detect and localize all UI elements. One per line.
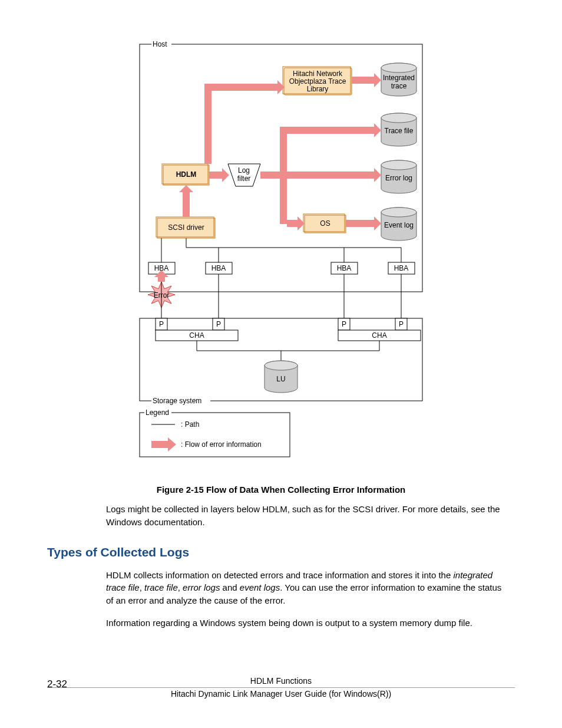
svg-text:LU: LU: [276, 375, 285, 383]
svg-text:Legend: Legend: [146, 409, 169, 417]
storage-system-label: Storage system: [153, 397, 201, 405]
svg-text:P: P: [216, 320, 221, 328]
svg-text:OS: OS: [320, 219, 330, 228]
svg-text:CHA: CHA: [189, 331, 204, 340]
svg-marker-31: [209, 168, 229, 182]
svg-text:HBA: HBA: [394, 264, 409, 272]
svg-point-77: [265, 361, 297, 370]
svg-rect-79: [140, 413, 290, 457]
svg-text:Error log: Error log: [385, 174, 412, 182]
log-filter: Log filter: [228, 164, 260, 186]
svg-text:P: P: [342, 320, 346, 328]
svg-text:HBA: HBA: [337, 264, 352, 272]
svg-text:Trace file: Trace file: [385, 127, 414, 135]
figure-caption: Figure 2-15 Flow of Data When Collecting…: [47, 485, 515, 495]
svg-text:: Path: : Path: [181, 420, 199, 429]
page-footer: 2-32 HDLM Functions Hitachi Dynamic Link…: [47, 676, 515, 699]
paragraph-collects: HDLM collects information on detected er…: [47, 569, 515, 607]
svg-text:trace: trace: [391, 82, 407, 90]
host-label: Host: [153, 40, 167, 48]
svg-point-7: [381, 63, 416, 73]
svg-marker-33: [280, 127, 287, 224]
svg-marker-30: [204, 80, 285, 164]
paragraph-memory-dump: Information regarding a Windows system b…: [47, 617, 515, 630]
hba-boxes: HBA HBA HBA HBA: [148, 262, 415, 274]
integrated-trace-cylinder: Integrated trace: [381, 63, 416, 96]
error-log-cylinder: Error log: [381, 160, 416, 193]
svg-text:CHA: CHA: [372, 331, 386, 340]
svg-text:P: P: [159, 320, 164, 328]
svg-text:Event log: Event log: [384, 221, 414, 229]
svg-text:Integrated: Integrated: [383, 74, 415, 82]
event-log-cylinder: Event log: [381, 207, 416, 241]
svg-text:P: P: [399, 320, 404, 328]
svg-marker-10: [352, 73, 381, 87]
legend: Legend : Path : Flow of error informatio…: [140, 409, 290, 457]
svg-marker-35: [287, 168, 381, 182]
page-number: 2-32: [47, 678, 67, 690]
svg-point-19: [381, 160, 416, 170]
lu-cylinder: LU: [265, 361, 297, 393]
svg-text:Hitachi Network: Hitachi Network: [293, 70, 343, 78]
p-cha-boxes: P P CHA P P CHA: [156, 318, 421, 341]
scsi-driver-box: SCSI driver: [156, 217, 215, 238]
svg-text:Log: Log: [238, 166, 250, 174]
section-heading-types: Types of Collected Logs: [47, 545, 515, 559]
paragraph-logs-layers: Logs might be collected in layers below …: [47, 503, 515, 529]
hdlm-box: HDLM: [162, 164, 209, 185]
figure-diagram: Host Hitachi Network Objectplaza Trace L…: [47, 35, 515, 474]
svg-marker-37: [346, 216, 381, 230]
svg-marker-36: [287, 216, 305, 230]
trace-file-cylinder: Trace file: [381, 113, 416, 146]
svg-text:HDLM: HDLM: [176, 170, 197, 179]
svg-marker-29: [179, 185, 193, 217]
svg-text:filter: filter: [237, 174, 251, 183]
svg-point-11: [381, 113, 416, 123]
footer-chapter: HDLM Functions: [250, 676, 312, 686]
svg-text:: Flow of error information: : Flow of error information: [181, 440, 262, 449]
svg-point-27: [381, 207, 416, 217]
footer-book-title: Hitachi Dynamic Link Manager User Guide …: [171, 689, 391, 699]
svg-text:Objectplaza Trace: Objectplaza Trace: [289, 77, 346, 85]
svg-text:HBA: HBA: [211, 264, 226, 272]
svg-marker-84: [151, 437, 176, 452]
os-box: OS: [303, 214, 346, 233]
svg-text:Library: Library: [307, 85, 329, 93]
svg-text:SCSI driver: SCSI driver: [168, 223, 204, 232]
svg-marker-34: [287, 123, 381, 137]
diagram-svg: Host Hitachi Network Objectplaza Trace L…: [134, 35, 428, 472]
